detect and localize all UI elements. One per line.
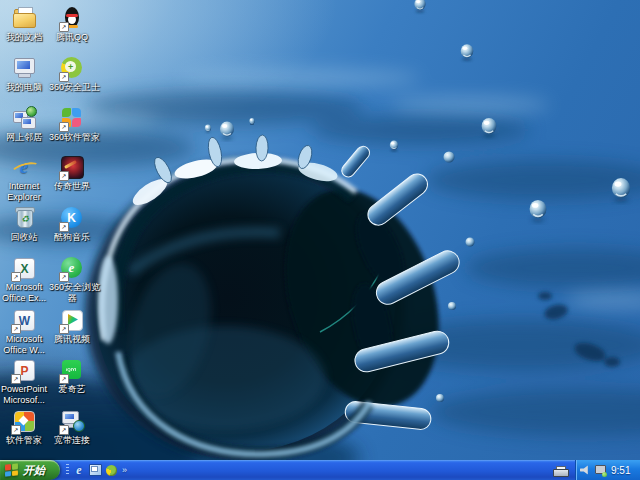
desktop-icon-kugou-music[interactable]: K↗ 酷狗音乐 <box>49 206 95 243</box>
icon-label: 宽带连接 <box>49 435 95 446</box>
icon-label: 360安全卫士 <box>49 82 95 93</box>
desktop-icon-internet-explorer[interactable]: e Internet Explorer <box>1 155 47 202</box>
software-manager-icon: ↗ <box>12 409 36 433</box>
kugou-music-icon: K↗ <box>60 206 84 230</box>
icon-label: 酷狗音乐 <box>49 232 95 243</box>
taskbar: 开始 e » 9:51 <box>0 460 640 480</box>
icon-label: Microsoft Office W... <box>1 334 47 355</box>
desktop-icon-broadband-connection[interactable]: ↗ 宽带连接 <box>49 409 95 446</box>
quick-launch-360[interactable] <box>104 463 118 477</box>
my-documents-icon <box>12 6 36 30</box>
start-button-label: 开始 <box>23 463 45 478</box>
desktop-icon-ms-office-word[interactable]: W↗ Microsoft Office W... <box>1 308 47 355</box>
desktop-icon-360-safety-guard[interactable]: +↗ 360安全卫士 <box>49 56 95 93</box>
toolbar-grip[interactable] <box>66 464 69 476</box>
icon-label: 360软件管家 <box>49 132 95 143</box>
360-safety-guard-icon: +↗ <box>60 56 84 80</box>
icon-label: 软件管家 <box>1 435 47 446</box>
broadband-connection-icon: ↗ <box>60 409 84 433</box>
system-tray: 9:51 <box>575 460 640 480</box>
icon-label: Internet Explorer <box>1 181 47 202</box>
my-computer-icon <box>12 56 36 80</box>
desktop-icon-my-computer[interactable]: 我的电脑 <box>1 56 47 93</box>
powerpoint-icon: P↗ <box>12 358 36 382</box>
icon-label: 我的文档 <box>1 32 47 43</box>
icon-label: Microsoft Office Ex... <box>1 282 47 303</box>
shortcut-arrow-icon: ↗ <box>59 324 69 334</box>
volume-icon[interactable] <box>579 464 591 476</box>
internet-explorer-icon: e <box>12 155 36 179</box>
shortcut-arrow-icon: ↗ <box>59 22 69 32</box>
icon-label: 回收站 <box>1 232 47 243</box>
tencent-video-icon: ↗ <box>60 308 84 332</box>
network-status-icon[interactable] <box>594 464 606 476</box>
shortcut-arrow-icon: ↗ <box>59 72 69 82</box>
shortcut-arrow-icon: ↗ <box>11 324 21 334</box>
show-desktop-icon <box>89 464 102 476</box>
icon-label: PowerPoint Microsof... <box>1 384 47 405</box>
quick-launch-show-desktop[interactable] <box>88 463 102 477</box>
printer-icon[interactable] <box>553 466 567 475</box>
desktop-icon-360-software-manager[interactable]: ↗ 360软件管家 <box>49 106 95 143</box>
quick-launch-overflow-chevron[interactable]: » <box>122 465 127 475</box>
world-of-legend-icon: ↗ <box>60 155 84 179</box>
desktop-icon-tencent-video[interactable]: ↗ 腾讯视频 <box>49 308 95 345</box>
icon-label: 传奇世界 <box>49 181 95 192</box>
desktop-icon-tencent-qq[interactable]: ↗ 腾讯QQ <box>49 6 95 43</box>
start-button[interactable]: 开始 <box>0 460 60 480</box>
shortcut-arrow-icon: ↗ <box>11 374 21 384</box>
desktop[interactable]: 我的文档 ↗ 腾讯QQ 我的电脑 +↗ 360安全卫士 网上邻居 ↗ 360软件… <box>0 0 640 460</box>
icon-label: 360安全浏览 器 <box>49 282 95 303</box>
desktop-icon-recycle-bin[interactable]: ♻ 回收站 <box>1 206 47 243</box>
recycle-bin-icon: ♻ <box>12 206 36 230</box>
desktop-icon-iqiyi[interactable]: iQIYI↗ 爱奇艺 <box>49 358 95 395</box>
excel-icon: X↗ <box>12 256 36 280</box>
icon-label: 腾讯QQ <box>49 32 95 43</box>
360-icon <box>106 465 117 476</box>
desktop-icon-software-manager[interactable]: ↗ 软件管家 <box>1 409 47 446</box>
wallpaper-water-splash <box>0 0 640 460</box>
shortcut-arrow-icon: ↗ <box>59 425 69 435</box>
360-secure-browser-icon: e↗ <box>60 256 84 280</box>
windows-logo-icon <box>5 463 18 476</box>
iqiyi-icon: iQIYI↗ <box>60 358 84 382</box>
shortcut-arrow-icon: ↗ <box>59 272 69 282</box>
shortcut-arrow-icon: ↗ <box>59 122 69 132</box>
word-icon: W↗ <box>12 308 36 332</box>
shortcut-arrow-icon: ↗ <box>59 222 69 232</box>
360-software-manager-icon: ↗ <box>60 106 84 130</box>
quick-launch-internet-explorer[interactable]: e <box>72 463 86 477</box>
network-places-icon <box>12 106 36 130</box>
desktop-icon-network-places[interactable]: 网上邻居 <box>1 106 47 143</box>
desktop-icon-world-of-legend[interactable]: ↗ 传奇世界 <box>49 155 95 192</box>
shortcut-arrow-icon: ↗ <box>59 374 69 384</box>
icon-label: 爱奇艺 <box>49 384 95 395</box>
shortcut-arrow-icon: ↗ <box>59 171 69 181</box>
icon-label: 我的电脑 <box>1 82 47 93</box>
icon-label: 网上邻居 <box>1 132 47 143</box>
quick-launch-bar: e » <box>64 460 127 480</box>
icon-label: 腾讯视频 <box>49 334 95 345</box>
desktop-icon-360-secure-browser[interactable]: e↗ 360安全浏览 器 <box>49 256 95 303</box>
desktop-icon-ms-office-powerpoint[interactable]: P↗ PowerPoint Microsof... <box>1 358 47 405</box>
desktop-icon-my-documents[interactable]: 我的文档 <box>1 6 47 43</box>
shortcut-arrow-icon: ↗ <box>11 425 21 435</box>
tencent-qq-icon: ↗ <box>60 6 84 30</box>
clock[interactable]: 9:51 <box>611 465 630 476</box>
desktop-icon-ms-office-excel[interactable]: X↗ Microsoft Office Ex... <box>1 256 47 303</box>
shortcut-arrow-icon: ↗ <box>11 272 21 282</box>
internet-explorer-icon: e <box>76 463 81 478</box>
